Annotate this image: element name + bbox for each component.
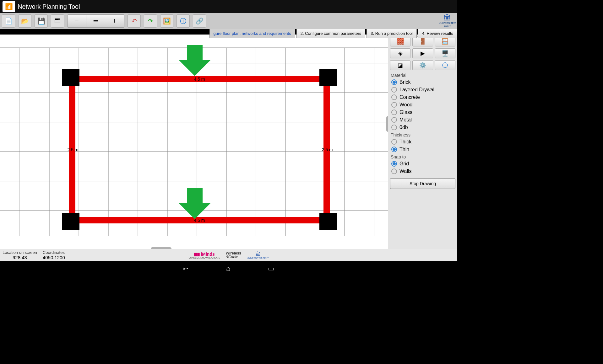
location-value: 928:43 — [3, 255, 37, 260]
location-label: Location on screen — [3, 250, 37, 255]
eraser-tool-button[interactable]: ◪ — [390, 60, 410, 70]
dim-top: 4.5 m — [194, 77, 205, 82]
save-file-button[interactable]: 💾 — [35, 14, 48, 28]
glass-tool-button[interactable]: ◈ — [390, 48, 410, 58]
material-0db-radio[interactable]: 0db — [390, 124, 455, 131]
info-tool-button[interactable]: ⓘ — [435, 60, 455, 70]
main-toolbar: 📄 📂 💾 🗔 − ━ + ↶ ↷ 🖼️ ⓘ 🔗 🏛 UNIVERSITEIT … — [0, 13, 457, 29]
add-layer-button[interactable]: 🗔 — [51, 14, 64, 28]
corner-br[interactable] — [319, 213, 337, 230]
status-bar: Location on screen 928:43 Coordinates 40… — [0, 249, 457, 261]
side-panel: 🧱 🚪 🪟 ◈ ▶ 🖥️ ◪ ⚙️ ⓘ Material Brick Layer… — [388, 35, 457, 249]
corner-tr[interactable] — [319, 69, 337, 86]
material-concrete-radio[interactable]: Concrete — [390, 94, 455, 101]
step-2-button[interactable]: 2. Configure common parameters — [296, 29, 366, 38]
step-4-button[interactable]: 4. Review results — [418, 29, 457, 38]
open-file-button[interactable]: 📂 — [18, 14, 31, 28]
screen-tool-button[interactable]: ▶ — [412, 48, 433, 58]
info-button[interactable]: ⓘ — [177, 14, 190, 28]
back-button[interactable]: ⤺ — [183, 265, 188, 273]
dim-right: 2.5 m — [322, 147, 333, 152]
material-brick-radio[interactable]: Brick — [390, 78, 455, 86]
material-wood-radio[interactable]: Wood — [390, 101, 455, 109]
svg-rect-24 — [187, 188, 203, 204]
zoom-reset-button[interactable]: ━ — [86, 15, 105, 27]
ugent-footer-logo: 🏛 UNIVERSITEIT GENT — [247, 251, 269, 259]
svg-rect-22 — [187, 45, 203, 61]
coordinates-value: 4050:1200 — [43, 255, 65, 260]
snap-grid-radio[interactable]: Grid — [390, 160, 455, 168]
thickness-label: Thickness — [391, 132, 455, 137]
home-button[interactable]: ⌂ — [226, 265, 230, 273]
canvas-workspace[interactable]: 4.5 m 4.5 m 2.5 m 2.5 m — [0, 35, 388, 249]
svg-marker-23 — [179, 60, 210, 76]
step-bar: gure floor plan, networks and requiremen… — [209, 29, 457, 38]
material-label: Material — [391, 73, 455, 78]
zoom-in-button[interactable]: + — [105, 15, 124, 27]
settings-tool-button[interactable]: ⚙️ — [412, 60, 433, 70]
stop-drawing-button[interactable]: Stop Drawing — [390, 178, 455, 189]
wireless-cable-logo: Wireless &Cable — [226, 251, 241, 259]
arrow-bottom-icon — [179, 188, 210, 219]
step-3-button[interactable]: 3. Run a prediction tool — [367, 29, 417, 38]
snap-label: Snap to — [391, 154, 455, 159]
corner-bl[interactable] — [62, 213, 79, 230]
material-glass-radio[interactable]: Glass — [390, 109, 455, 116]
coordinates-label: Coordinates — [43, 250, 65, 255]
tool-palette: 🧱 🚪 🪟 ◈ ▶ 🖥️ ◪ ⚙️ ⓘ — [390, 36, 455, 70]
thickness-thin-radio[interactable]: Thin — [390, 146, 455, 153]
new-file-button[interactable]: 📄 — [2, 14, 15, 28]
dim-bottom: 4.5 m — [194, 218, 205, 223]
pillar-icon: 🏛 — [247, 251, 269, 257]
svg-marker-25 — [179, 203, 210, 219]
zoom-out-button[interactable]: − — [68, 15, 86, 27]
dim-left: 2.5 m — [67, 147, 78, 152]
university-logo: 🏛 UNIVERSITEIT GENT — [439, 14, 456, 28]
recent-apps-button[interactable]: ▭ — [268, 265, 274, 273]
android-nav-bar: ⤺ ⌂ ▭ — [0, 261, 457, 276]
arrow-top-icon — [179, 45, 210, 76]
step-1-button[interactable]: gure floor plan, networks and requiremen… — [209, 29, 295, 38]
redo-button[interactable]: ↷ — [144, 14, 157, 28]
thickness-thick-radio[interactable]: Thick — [390, 138, 455, 146]
undo-button[interactable]: ↶ — [128, 14, 141, 28]
pillar-icon: 🏛 — [439, 14, 456, 22]
zoom-control: − ━ + — [67, 14, 124, 28]
iminds-logo: ▮▮▮ iMinds CONNECT.INNOVATE.CREATE — [188, 252, 220, 259]
app-title: Network Planning Tool — [18, 3, 80, 10]
footer-logos: ▮▮▮ iMinds CONNECT.INNOVATE.CREATE Wirel… — [188, 251, 269, 259]
link-button[interactable]: 🔗 — [193, 14, 206, 28]
title-bar: 📶 Network Planning Tool — [0, 0, 457, 13]
floor-plan-svg: 4.5 m 4.5 m 2.5 m 2.5 m — [0, 35, 388, 249]
material-metal-radio[interactable]: Metal — [390, 116, 455, 124]
app-logo-icon: 📶 — [3, 1, 15, 12]
image-button[interactable]: 🖼️ — [160, 14, 173, 28]
corner-tl[interactable] — [62, 69, 79, 86]
snap-walls-radio[interactable]: Walls — [390, 168, 455, 175]
network-tool-button[interactable]: 🖥️ — [435, 48, 455, 58]
material-layered-radio[interactable]: Layered Drywall — [390, 86, 455, 94]
